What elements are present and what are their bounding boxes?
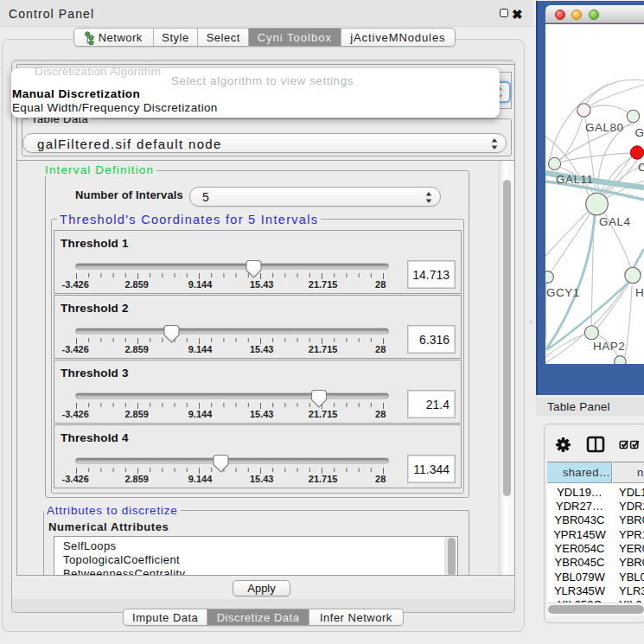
svg-text:H: H — [635, 286, 644, 299]
svg-text:28: 28 — [375, 408, 386, 418]
svg-text:15.43: 15.43 — [250, 408, 274, 418]
svg-text:HAP2: HAP2 — [593, 340, 625, 353]
svg-text:GAL80: GAL80 — [585, 121, 624, 134]
svg-text:15.43: 15.43 — [250, 343, 274, 354]
svg-text:9.144: 9.144 — [188, 408, 213, 418]
svg-text:GAL4: GAL4 — [599, 215, 631, 228]
svg-text:9.144: 9.144 — [188, 279, 213, 290]
svg-text:28: 28 — [375, 279, 386, 290]
svg-text:-3.426: -3.426 — [62, 343, 89, 354]
svg-text:28: 28 — [375, 473, 386, 483]
svg-text:GCY1: GCY1 — [546, 286, 580, 299]
svg-text:GAL11: GAL11 — [556, 173, 594, 186]
svg-text:15.43: 15.43 — [250, 473, 274, 483]
svg-text:2.859: 2.859 — [124, 343, 149, 354]
svg-text:-3.426: -3.426 — [62, 473, 89, 483]
svg-text:9.144: 9.144 — [188, 343, 213, 354]
svg-text:21.715: 21.715 — [309, 279, 338, 290]
svg-text:21.715: 21.715 — [309, 343, 338, 354]
svg-text:2.859: 2.859 — [124, 279, 149, 290]
svg-text:21.715: 21.715 — [309, 473, 338, 483]
svg-text:-3.426: -3.426 — [62, 408, 89, 418]
svg-text:15.43: 15.43 — [250, 279, 274, 290]
svg-text:28: 28 — [375, 343, 386, 354]
svg-text:9.144: 9.144 — [188, 473, 213, 483]
svg-text:21.715: 21.715 — [309, 408, 338, 418]
svg-text:2.859: 2.859 — [124, 408, 149, 418]
svg-text:G.: G. — [635, 126, 644, 139]
svg-text:-3.426: -3.426 — [62, 279, 89, 290]
svg-text:2.859: 2.859 — [124, 473, 149, 483]
svg-text:C: C — [638, 161, 644, 174]
